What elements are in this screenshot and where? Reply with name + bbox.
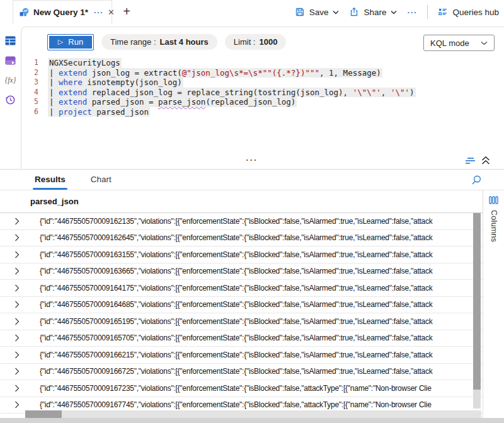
table-row[interactable]: {"id":"4467550570009166215","violations"… — [0, 347, 483, 364]
table-row[interactable]: {"id":"4467550570009162645","violations"… — [0, 230, 483, 247]
tab-bar: New Query 1* ··· ✕ + Save — [0, 0, 504, 24]
collapse-editor-icon[interactable] — [481, 156, 490, 165]
code-line[interactable]: 4| extend replaced_json_log = replace_st… — [21, 88, 504, 98]
tab-more-icon[interactable]: ··· — [94, 8, 103, 17]
adx-logo-icon — [19, 8, 29, 18]
row-json-text: {"id":"4467550570009166215","violations"… — [40, 351, 483, 359]
columns-panel-label: Columns — [490, 210, 498, 242]
row-expand-chevron-icon[interactable] — [14, 251, 25, 258]
chevron-down-icon — [391, 10, 397, 14]
code-line[interactable]: 1NGXSecurityLogs — [21, 58, 504, 68]
row-expand-chevron-icon[interactable] — [14, 351, 25, 359]
line-number: 4 — [21, 88, 48, 98]
code-line[interactable]: 6| project parsed_json — [21, 107, 504, 117]
table-row[interactable]: {"id":"4467550570009166725","violations"… — [0, 364, 483, 381]
share-button[interactable]: Share — [349, 7, 397, 17]
limit-picker[interactable]: Limit : 1000 — [225, 34, 287, 50]
panel-splitter-handle[interactable]: ··· — [246, 155, 258, 165]
table-row[interactable]: {"id":"4467550570009164685","violations"… — [0, 297, 483, 314]
columns-side-panel[interactable]: Columns — [483, 190, 504, 418]
table-row[interactable]: {"id":"4467550570009165195","violations"… — [0, 313, 483, 330]
query-mode-value: KQL mode — [430, 38, 469, 48]
tab-close-icon[interactable]: ✕ — [108, 8, 115, 17]
row-json-text: {"id":"4467550570009162135","violations"… — [40, 217, 483, 226]
time-range-label: Time range : — [110, 37, 156, 47]
share-icon — [349, 7, 359, 17]
results-tab-strip: Results Chart — [0, 170, 504, 190]
row-expand-chevron-icon[interactable] — [14, 267, 25, 275]
chevron-down-icon — [481, 41, 488, 45]
row-json-text: {"id":"4467550570009166725","violations"… — [40, 367, 483, 376]
query-panel: ▷ Run Time range : Last 4 hours Limit : … — [21, 26, 504, 169]
horizontal-scrollbar-thumb[interactable] — [25, 410, 62, 418]
vertical-scrollbar-track[interactable] — [473, 390, 481, 409]
row-expand-chevron-icon[interactable] — [14, 217, 25, 225]
time-range-value: Last 4 hours — [160, 37, 209, 47]
run-label: Run — [68, 37, 83, 47]
run-button[interactable]: ▷ Run — [47, 34, 94, 50]
limit-value: 1000 — [259, 37, 277, 47]
save-label: Save — [309, 8, 329, 17]
table-row[interactable]: {"id":"4467550570009164175","violations"… — [0, 280, 483, 297]
row-expand-chevron-icon[interactable] — [14, 234, 25, 241]
tab-chart[interactable]: Chart — [91, 175, 112, 190]
row-expand-chevron-icon[interactable] — [14, 334, 25, 342]
row-json-text: {"id":"4467550570009167745","violations"… — [40, 400, 483, 409]
row-json-text: {"id":"4467550570009165705","violations"… — [40, 333, 483, 342]
tables-icon[interactable] — [5, 36, 16, 45]
chevron-down-icon — [333, 10, 339, 14]
results-panel: Results Chart parsed_json {"id":"4467550… — [0, 169, 504, 423]
limit-label: Limit : — [234, 37, 256, 47]
row-expand-chevron-icon[interactable] — [14, 284, 25, 292]
vertical-scrollbar-thumb[interactable] — [473, 213, 481, 390]
column-header-parsed-json[interactable]: parsed_json — [0, 190, 483, 213]
line-number: 6 — [21, 107, 48, 117]
table-row[interactable]: {"id":"4467550570009163155","violations"… — [0, 246, 483, 264]
code-line[interactable]: 3| where isnotempty(json_log) — [21, 78, 504, 88]
search-icon[interactable] — [471, 175, 482, 185]
code-editor-lines[interactable]: 1NGXSecurityLogs2| extend json_log = ext… — [21, 58, 504, 117]
row-expand-chevron-icon[interactable] — [14, 301, 25, 308]
run-play-icon: ▷ — [58, 38, 63, 45]
line-number: 5 — [21, 97, 48, 107]
time-range-picker[interactable]: Time range : Last 4 hours — [101, 34, 217, 50]
columns-icon — [489, 196, 498, 204]
row-expand-chevron-icon[interactable] — [14, 401, 25, 409]
table-row[interactable]: {"id":"4467550570009165705","violations"… — [0, 330, 483, 347]
top-actions: Save Share ··· — [295, 0, 499, 24]
tab-results[interactable]: Results — [35, 175, 66, 190]
query-mode-select[interactable]: KQL mode — [423, 35, 495, 51]
share-label: Share — [364, 8, 386, 17]
line-number: 1 — [21, 58, 48, 68]
line-number: 2 — [21, 68, 48, 78]
row-expand-chevron-icon[interactable] — [14, 368, 25, 375]
table-row[interactable]: {"id":"4467550570009162135","violations"… — [0, 213, 483, 230]
queries-hub-icon — [438, 7, 448, 17]
horizontal-scrollbar[interactable] — [25, 410, 481, 418]
row-expand-chevron-icon[interactable] — [14, 385, 25, 392]
row-json-text: {"id":"4467550570009164175","violations"… — [40, 284, 483, 293]
code-line[interactable]: 2| extend json_log = extract(@"json_log\… — [21, 68, 504, 78]
query-history-icon[interactable] — [5, 95, 16, 105]
divider — [427, 5, 428, 19]
query-summary-icon[interactable] — [465, 157, 476, 165]
row-json-text: {"id":"4467550570009165195","violations"… — [40, 317, 483, 326]
editor-actions — [465, 156, 490, 165]
row-json-text: {"id":"4467550570009167235","violations"… — [40, 384, 483, 393]
results-rows: {"id":"4467550570009162135","violations"… — [0, 213, 483, 414]
save-button[interactable]: Save — [295, 7, 340, 17]
code-line[interactable]: 5| extend parsed_json = parse_json(repla… — [21, 97, 504, 107]
table-row[interactable]: {"id":"4467550570009167235","violations"… — [0, 380, 483, 397]
row-expand-chevron-icon[interactable] — [14, 318, 25, 325]
table-row[interactable]: {"id":"4467550570009163665","violations"… — [0, 264, 483, 281]
column-header-label: parsed_json — [30, 197, 79, 206]
query-tab[interactable]: New Query 1* ··· ✕ — [13, 0, 112, 24]
more-options-button[interactable]: ··· — [407, 8, 417, 17]
save-icon — [295, 7, 305, 17]
queries-hub-button[interactable]: Queries hub — [438, 7, 499, 17]
functions-icon[interactable]: {fx} — [5, 76, 16, 84]
row-json-text: {"id":"4467550570009162645","violations"… — [40, 233, 483, 242]
sample-gallery-icon[interactable] — [5, 56, 16, 66]
new-tab-button[interactable]: + — [120, 4, 134, 19]
window-bottom-edge — [0, 418, 504, 423]
